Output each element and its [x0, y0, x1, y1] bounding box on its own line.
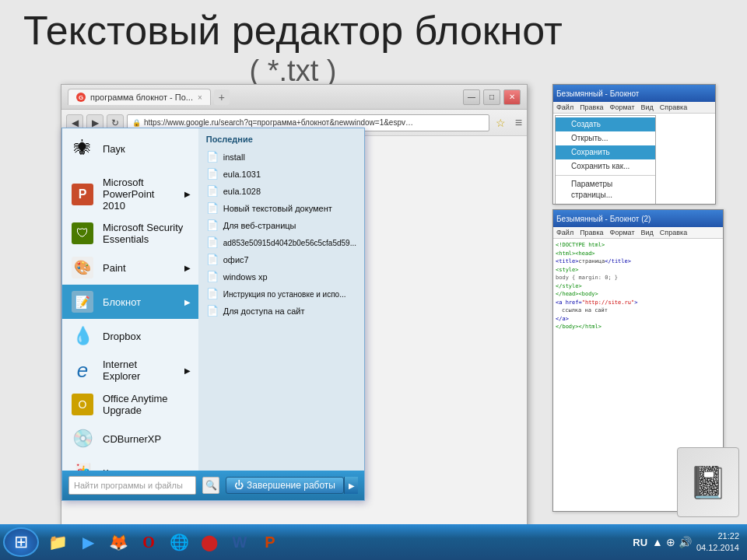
shutdown-arrow-button[interactable]: ▶ — [344, 477, 358, 494]
code-menu-format[interactable]: Формат — [610, 229, 635, 236]
code-menu-edit[interactable]: Правка — [580, 229, 603, 236]
taskbar-app-firefox[interactable]: 🦊 — [104, 529, 132, 555]
taskbar-app-opera[interactable]: O — [135, 529, 163, 555]
recent-item-instruction[interactable]: 📄 Инструкция по установке и испо... — [203, 285, 359, 303]
menu-item-office[interactable]: O Office Anytime Upgrade — [62, 387, 198, 422]
volume-icon[interactable]: 🔊 — [679, 536, 692, 548]
firefox-icon: 🦊 — [109, 533, 128, 551]
recent-item-newdoc[interactable]: 📄 Новый текстовый документ — [203, 200, 359, 217]
start-button[interactable]: ⊞ — [3, 527, 39, 557]
shutdown-area: ⏻ Завершение работы ▶ — [226, 477, 358, 494]
recent-label: Для веб-страницы — [223, 221, 296, 230]
menu-format[interactable]: Формат — [610, 103, 635, 111]
recent-label: eula.1031 — [223, 170, 261, 179]
menu-item-kosinka[interactable]: 🃏 Косынка — [62, 456, 198, 471]
recent-item-install[interactable]: 📄 install — [203, 149, 359, 166]
shutdown-icon: ⏻ — [234, 480, 244, 491]
code-menu-view[interactable]: Вид — [641, 229, 654, 236]
menu-file[interactable]: Файл — [556, 103, 573, 111]
window-controls: — □ ✕ — [463, 89, 521, 105]
cdburner-label: CDBurnerXP — [103, 433, 161, 445]
menu-view[interactable]: Вид — [641, 103, 654, 111]
doc-icon: 📄 — [206, 202, 219, 215]
maximize-button[interactable]: □ — [483, 89, 500, 105]
recent-item-access[interactable]: 📄 Для доступа на сайт — [203, 303, 359, 320]
office-label: Office Anytime Upgrade — [103, 393, 191, 416]
browser-menu-icon[interactable]: ≡ — [515, 116, 522, 130]
recent-label: Для доступа на сайт — [223, 306, 305, 316]
start-menu-bottom: Найти программы и файлы 🔍 ⏻ Завершение р… — [62, 471, 364, 500]
ie-label: Internet Explorer — [103, 359, 177, 382]
minimize-button[interactable]: — — [463, 89, 480, 105]
taskbar-app-red[interactable]: ⬤ — [195, 529, 223, 555]
doc-icon: 📄 — [206, 185, 219, 198]
tab-close-button[interactable]: × — [198, 93, 202, 102]
doc-icon: 📄 — [206, 271, 219, 283]
clock-date: 04.12.2014 — [696, 542, 739, 554]
menu-item-spider[interactable]: 🕷 Паук — [62, 131, 198, 166]
new-tab-button[interactable]: + — [214, 89, 230, 105]
doc-icon: 📄 — [206, 288, 219, 300]
recent-item-hash[interactable]: 📄 ad853e50915d4042b0e56c5cfa5d59... — [203, 234, 359, 251]
arrow-icon: ▶ — [184, 264, 191, 272]
code-menu-help[interactable]: Справка — [660, 229, 687, 236]
network-icon[interactable]: ▲ — [652, 536, 663, 548]
windows-logo-icon: ⊞ — [14, 532, 28, 552]
search-button[interactable]: 🔍 — [202, 477, 219, 494]
menu-item-ie[interactable]: e Internet Explorer ▶ — [62, 353, 198, 387]
menu-edit[interactable]: Правка — [580, 103, 603, 111]
shutdown-button[interactable]: ⏻ Завершение работы — [226, 477, 344, 494]
recent-label: eula.1028 — [223, 187, 261, 196]
recent-label: офис7 — [223, 255, 249, 264]
dropbox-icon: 💧 — [70, 324, 95, 348]
system-clock[interactable]: 21:22 04.12.2014 — [696, 530, 739, 555]
taskbar-app-word[interactable]: W — [226, 529, 254, 555]
paint-icon: 🎨 — [70, 255, 95, 280]
powerpoint-label: Microsoft PowerPoint 2010 — [103, 177, 177, 212]
recent-item-ofis[interactable]: 📄 офис7 — [203, 251, 359, 268]
recent-item-winxp[interactable]: 📄 windows xp — [203, 268, 359, 285]
taskbar-app-powerpoint[interactable]: P — [256, 529, 284, 555]
arrow-icon: ▶ — [184, 366, 191, 375]
taskbar-app-chrome[interactable]: 🌐 — [165, 529, 193, 555]
recent-item-eula1028[interactable]: 📄 eula.1028 — [203, 183, 359, 200]
close-button[interactable]: ✕ — [503, 89, 521, 105]
arrow-icon: ▶ — [184, 298, 191, 306]
code-win-title: Безымянный - Блокнот (2) — [556, 215, 651, 223]
notepad-title: Безымянный - Блокнот — [556, 89, 639, 98]
opera-icon: O — [142, 534, 155, 551]
browser-tab[interactable]: G программа блокнот - По... × — [68, 89, 211, 105]
menu-item-powerpoint[interactable]: P Microsoft PowerPoint 2010 ▶ — [62, 172, 198, 216]
menu-item-paint[interactable]: 🎨 Paint ▶ — [62, 250, 198, 285]
doc-icon: 📄 — [206, 236, 219, 249]
browser-window: G программа блокнот - По... × + — □ ✕ ◀ … — [61, 84, 528, 527]
tab-favicon: G — [76, 93, 86, 102]
chrome-icon: 🌐 — [170, 533, 189, 551]
recent-label: Инструкция по установке и испо... — [223, 290, 346, 299]
menu-item-cdburner[interactable]: 💿 CDBurnerXP — [62, 422, 198, 456]
address-text: https://www.google.ru/search?q=программа… — [144, 118, 416, 127]
recent-item-eula1031[interactable]: 📄 eula.1031 — [203, 166, 359, 183]
taskbar-app-explorer[interactable]: 📁 — [44, 529, 72, 555]
menu-item-dropbox[interactable]: 💧 Dropbox — [62, 319, 198, 353]
doc-icon: 📄 — [206, 254, 219, 266]
bluetooth-icon[interactable]: ⊕ — [666, 536, 675, 548]
menu-item-security[interactable]: 🛡 Microsoft Security Essentials — [62, 216, 198, 250]
taskbar-app-media[interactable]: ▶ — [74, 529, 102, 555]
start-menu: 🕷 Паук P Microsoft PowerPoint 2010 ▶ 🛡 — [61, 128, 365, 501]
language-indicator[interactable]: RU — [633, 537, 647, 548]
search-box[interactable]: Найти программы и файлы — [68, 476, 196, 495]
dropbox-label: Dropbox — [103, 331, 141, 342]
bookmark-star-icon[interactable]: ☆ — [496, 117, 506, 129]
code-menu-file[interactable]: Файл — [556, 229, 573, 236]
word-icon: W — [233, 534, 247, 551]
arrow-icon: ▶ — [184, 190, 191, 198]
doc-icon: 📄 — [206, 151, 219, 163]
menu-left-panel: 🕷 Паук P Microsoft PowerPoint 2010 ▶ 🛡 — [62, 128, 198, 471]
doc-icon: 📄 — [206, 219, 219, 232]
code-menubar: Файл Правка Формат Вид Справка — [553, 227, 723, 239]
recent-item-webpage[interactable]: 📄 Для веб-страницы — [203, 217, 359, 234]
menu-item-notepad[interactable]: 📝 Блокнот ▶ — [62, 285, 198, 319]
menu-help[interactable]: Справка — [660, 103, 687, 111]
notepad-menu-content: Создать Открыть... Сохранить Сохранить к… — [553, 114, 715, 205]
